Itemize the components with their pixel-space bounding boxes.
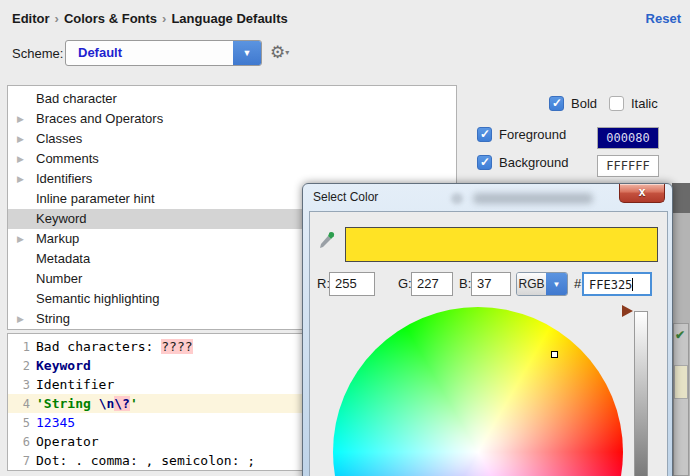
blue-input[interactable]: 37 [471,272,511,296]
foreground-checkbox[interactable] [477,127,492,142]
expand-arrow-icon[interactable]: ▶ [17,229,24,249]
expand-arrow-icon[interactable]: ▶ [17,169,24,189]
scheme-label: Scheme: [12,46,63,61]
expand-arrow-icon[interactable]: ▶ [17,149,24,169]
color-wheel-marker[interactable] [551,351,558,358]
code-segment: Identifier [36,377,114,392]
chevron-down-icon[interactable]: ▼ [546,273,567,295]
dialog-title: Select Color [313,190,378,204]
bold-checkbox[interactable] [549,96,564,111]
line-number: 2 [8,357,30,376]
code-segment: Dot: . comma: , semicolon: ; [36,453,255,468]
dialog-content: R: 255 G: 227 B: 37 RGB ▼ # FFE325 [309,211,668,476]
code-segment: 'String [36,396,99,411]
code-segment: Operator [36,434,99,449]
list-item-label: Classes [36,131,82,146]
list-item[interactable]: Bad character [8,89,456,109]
bold-option: Bold [549,96,597,111]
list-item[interactable]: ▶Braces and Operators [8,109,456,129]
list-item-label: Identifiers [36,171,92,186]
code-segment: ???? [161,339,192,354]
background-panel-strip: ✔ [672,183,690,476]
foreground-color-swatch[interactable]: 000080 [597,127,659,149]
close-icon[interactable]: x [619,184,665,203]
panel-edge [672,183,690,213]
list-item[interactable]: ▶Comments [8,149,456,169]
ghost-overlay [451,193,463,204]
breadcrumb-item-editor[interactable]: Editor [12,11,50,26]
line-number: 5 [8,414,30,433]
select-color-dialog: Select Color x R: 255 G: 227 B: 37 RGB ▼ [302,183,673,476]
text-caret [632,278,633,291]
foreground-label: Foreground [499,127,566,142]
list-item-label: Semantic highlighting [36,291,160,306]
background-checkbox[interactable] [477,155,492,170]
italic-label: Italic [631,96,658,111]
selected-color-swatch[interactable] [345,227,658,262]
rgb-input-row: R: 255 G: 227 B: 37 RGB ▼ # FFE325 [310,272,667,296]
list-item-label: Keyword [36,211,87,226]
color-mode-select[interactable]: RGB ▼ [516,272,568,296]
expand-arrow-icon[interactable]: ▶ [17,109,24,129]
background-option: Background [477,155,568,170]
brightness-slider[interactable] [634,311,648,476]
italic-checkbox[interactable] [609,96,624,111]
code-segment: 12345 [36,415,75,430]
bold-label: Bold [571,96,597,111]
brightness-slider-handle[interactable] [622,305,633,317]
color-wheel[interactable] [333,307,623,476]
color-mode-value: RGB [517,273,546,295]
list-item-label: Number [36,271,82,286]
hex-prefix-label: # [574,276,581,291]
ghost-overlay [473,193,593,204]
code-segment: \? [114,396,130,411]
gear-icon[interactable]: ⚙▾ [270,43,289,63]
eyedropper-icon[interactable] [318,230,336,250]
list-item-label: Bad character [36,91,117,106]
code-segment: ' [130,396,138,411]
italic-option: Italic [609,96,658,111]
line-number: 1 [8,338,30,357]
green-label: G: [398,276,412,291]
line-number: 6 [8,433,30,452]
list-item-label: Markup [36,231,79,246]
list-item-label: Comments [36,151,99,166]
chevron-down-icon: ▾ [285,48,289,57]
settings-screen: Editor›Colors & Fonts›Language Defaults … [0,0,690,476]
line-number: 4 [8,395,30,414]
code-segment: Bad characters: [36,339,161,354]
code-segment: Keyword [36,358,91,373]
red-input[interactable]: 255 [329,272,375,296]
list-item-label: Metadata [36,251,90,266]
line-number: 7 [8,452,30,471]
color-swatch [674,365,688,399]
list-item-label: Inline parameter hint [36,191,155,206]
panel-edge [673,323,689,476]
scheme-select[interactable]: Default ▼ [65,40,262,66]
chevron-down-icon[interactable]: ▼ [233,41,261,65]
list-item-label: Braces and Operators [36,111,163,126]
check-icon: ✔ [675,328,685,342]
expand-arrow-icon[interactable]: ▶ [17,309,24,329]
breadcrumb-item-colors-fonts[interactable]: Colors & Fonts [64,11,157,26]
foreground-option: Foreground [477,127,566,142]
code-segment: \n [99,396,115,411]
hex-input[interactable]: FFE325 [582,272,652,296]
background-label: Background [499,155,568,170]
breadcrumb-separator: › [55,11,59,26]
reset-link[interactable]: Reset [646,11,681,26]
breadcrumb: Editor›Colors & Fonts›Language Defaults [12,11,288,26]
green-input[interactable]: 227 [411,272,453,296]
breadcrumb-item-language-defaults: Language Defaults [171,11,287,26]
background-color-swatch[interactable]: FFFFFF [597,155,659,177]
dialog-titlebar[interactable]: Select Color x [303,184,672,211]
scheme-value: Default [66,41,233,65]
list-item-label: String [36,311,70,326]
line-number: 3 [8,376,30,395]
breadcrumb-separator: › [162,11,166,26]
blue-label: B: [459,276,471,291]
list-item[interactable]: ▶Classes [8,129,456,149]
expand-arrow-icon[interactable]: ▶ [17,129,24,149]
